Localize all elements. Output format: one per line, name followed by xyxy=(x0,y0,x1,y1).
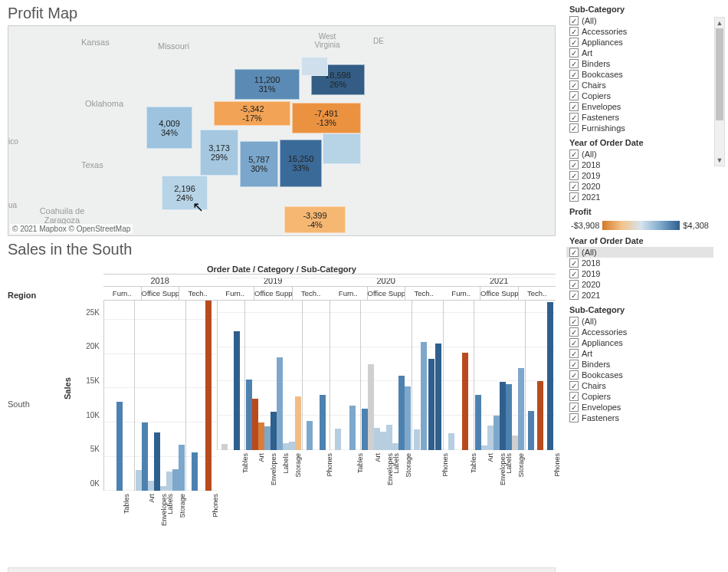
bar-storage[interactable] xyxy=(172,469,179,491)
filter-item[interactable]: ✓Binders xyxy=(566,359,713,370)
filter-item[interactable]: ✓(All) xyxy=(566,247,713,258)
bar-accessories[interactable] xyxy=(307,421,313,450)
filter-item[interactable]: ✓Accessories xyxy=(566,327,713,337)
bar-binders[interactable] xyxy=(374,428,380,450)
bar-chairs[interactable] xyxy=(335,429,341,450)
bar-storage[interactable] xyxy=(289,442,295,450)
filter-item[interactable]: ✓2020 xyxy=(566,279,713,290)
bar-envelopes[interactable] xyxy=(264,426,271,449)
state-florida[interactable]: -3,399-4% xyxy=(284,206,346,233)
sales-chart[interactable]: Order Date / Category / Sub-Category Reg… xyxy=(8,261,556,545)
bar-storage[interactable] xyxy=(512,436,518,450)
bar-supplies[interactable] xyxy=(295,396,301,450)
checkbox-icon[interactable]: ✓ xyxy=(569,150,579,159)
bar-machines[interactable] xyxy=(537,381,543,449)
checkbox-icon[interactable]: ✓ xyxy=(569,392,579,401)
filter-item[interactable]: ✓2018 xyxy=(566,159,713,170)
bar-tables[interactable] xyxy=(462,353,468,450)
bar-phones[interactable] xyxy=(205,301,212,491)
checkbox-icon[interactable]: ✓ xyxy=(569,413,579,422)
bar-bookcases[interactable] xyxy=(448,433,454,449)
bar-art[interactable] xyxy=(368,364,374,450)
scroll-up-icon[interactable]: ▲ xyxy=(715,18,724,28)
filter-item[interactable]: ✓Appliances xyxy=(566,37,713,48)
state-mississippi[interactable]: 3,17329% xyxy=(200,130,238,176)
checkbox-icon[interactable]: ✓ xyxy=(569,38,579,47)
checkbox-icon[interactable]: ✓ xyxy=(569,360,579,369)
checkbox-icon[interactable]: ✓ xyxy=(569,123,579,133)
bar-binders[interactable] xyxy=(487,426,494,449)
state-southcarolina[interactable] xyxy=(323,133,361,164)
bar-supplies[interactable] xyxy=(518,368,524,449)
filter-item[interactable]: ✓2019 xyxy=(566,268,713,279)
profit-legend[interactable]: -$3,908$4,308 xyxy=(571,219,709,232)
checkbox-icon[interactable]: ✓ xyxy=(569,338,579,347)
state-georgia[interactable]: 16,25033% xyxy=(280,140,322,187)
filter-item[interactable]: ✓2018 xyxy=(566,258,713,268)
checkbox-icon[interactable]: ✓ xyxy=(569,280,579,289)
bar-appliances[interactable] xyxy=(136,470,142,491)
checkbox-icon[interactable]: ✓ xyxy=(569,258,579,268)
filter-item[interactable]: ✓Copiers xyxy=(566,391,713,402)
bar-phones[interactable] xyxy=(547,302,553,450)
checkbox-icon[interactable]: ✓ xyxy=(569,327,579,337)
checkbox-icon[interactable]: ✓ xyxy=(569,160,579,169)
bar-phones[interactable] xyxy=(320,395,326,449)
checkbox-icon[interactable]: ✓ xyxy=(569,317,579,326)
filter-item[interactable]: ✓2021 xyxy=(566,192,713,202)
bar-supplies[interactable] xyxy=(405,386,411,450)
bar-tables[interactable] xyxy=(234,331,240,449)
checkbox-icon[interactable]: ✓ xyxy=(569,70,579,79)
bar-paper[interactable] xyxy=(283,443,289,450)
profit-map[interactable]: Kansas Missouri Oklahoma Texas Coahuila … xyxy=(8,25,556,236)
bar-bookcases[interactable] xyxy=(221,444,228,449)
filter-item[interactable]: ✓Appliances xyxy=(566,337,713,348)
bar-paper[interactable] xyxy=(506,384,512,450)
scrollbar-thumb[interactable] xyxy=(716,28,723,120)
filter-item[interactable]: ✓Chairs xyxy=(566,80,713,90)
checkbox-icon[interactable]: ✓ xyxy=(569,59,579,68)
state-alabama[interactable]: 5,78730% xyxy=(240,141,278,187)
filter-item[interactable]: ✓Envelopes xyxy=(566,101,713,112)
bar-paper[interactable] xyxy=(166,472,172,491)
bar-supplies[interactable] xyxy=(179,445,185,491)
checkbox-icon[interactable]: ✓ xyxy=(569,403,579,412)
checkbox-icon[interactable]: ✓ xyxy=(569,248,579,257)
filter-item[interactable]: ✓Binders xyxy=(566,58,713,69)
bar-storage[interactable] xyxy=(398,376,405,449)
filter-item[interactable]: ✓2019 xyxy=(566,170,713,181)
bar-art[interactable] xyxy=(142,422,148,491)
checkbox-icon[interactable]: ✓ xyxy=(569,192,579,202)
checkbox-icon[interactable]: ✓ xyxy=(569,171,579,180)
bar-labels[interactable] xyxy=(277,357,283,450)
bar-phones[interactable] xyxy=(435,344,441,449)
bar-appliances[interactable] xyxy=(475,395,481,449)
checkbox-icon[interactable]: ✓ xyxy=(569,291,579,300)
bar-binders[interactable] xyxy=(148,481,154,491)
filter-item[interactable]: ✓Fasteners xyxy=(566,413,713,423)
state-kentucky[interactable]: 11,20031% xyxy=(234,69,300,100)
bar-fasteners[interactable] xyxy=(271,412,277,449)
checkbox-icon[interactable]: ✓ xyxy=(569,91,579,100)
bar-accessories[interactable] xyxy=(528,411,534,450)
horizontal-scrollbar[interactable] xyxy=(8,567,556,572)
checkbox-icon[interactable]: ✓ xyxy=(569,81,579,90)
filter-item[interactable]: ✓Fasteners xyxy=(566,112,713,123)
filter-item[interactable]: ✓(All) xyxy=(566,316,713,327)
bar-copiers[interactable] xyxy=(421,342,427,449)
state-tennessee[interactable]: -5,342-17% xyxy=(214,101,290,126)
bar-art[interactable] xyxy=(252,399,258,450)
bar-binders[interactable] xyxy=(258,422,264,450)
subcat-scrollbar[interactable]: ▲ ▼ xyxy=(714,17,725,166)
filter-item[interactable]: ✓Art xyxy=(566,348,713,359)
bar-labels[interactable] xyxy=(500,382,506,449)
scroll-down-icon[interactable]: ▼ xyxy=(715,155,724,166)
bar-tables[interactable] xyxy=(349,406,356,450)
filter-item[interactable]: ✓Chairs xyxy=(566,380,713,391)
filter-item[interactable]: ✓(All) xyxy=(566,15,713,26)
bar-accessories[interactable] xyxy=(192,452,198,491)
filter-item[interactable]: ✓Furnishings xyxy=(566,123,713,133)
checkbox-icon[interactable]: ✓ xyxy=(569,182,579,191)
checkbox-icon[interactable]: ✓ xyxy=(569,48,579,58)
filter-item[interactable]: ✓(All) xyxy=(566,149,713,159)
